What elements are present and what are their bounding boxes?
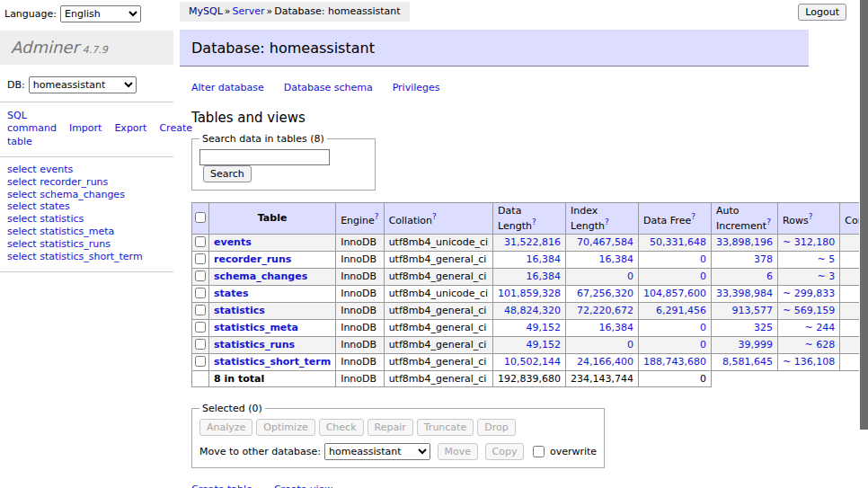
help-link[interactable]: ? xyxy=(809,212,813,221)
data-length-cell-link[interactable]: 49,152 xyxy=(527,339,562,350)
rows-cell-link[interactable]: ~ 5 xyxy=(818,253,836,265)
window-scrollbar[interactable] xyxy=(859,0,868,488)
truncate-button[interactable]: Truncate xyxy=(417,419,474,436)
breadcrumb-mysql-link[interactable]: MySQL xyxy=(189,5,223,17)
create-table-link-bottom[interactable]: Create table xyxy=(191,484,252,488)
row-checkbox[interactable] xyxy=(195,339,206,350)
auto-increment-cell-link[interactable]: 33,898,196 xyxy=(716,236,773,248)
table-name-link[interactable]: statistics_meta xyxy=(214,322,298,333)
data-free-cell-link[interactable]: 0 xyxy=(700,339,706,350)
rows-cell-link[interactable]: ~ 312,180 xyxy=(783,236,835,248)
breadcrumb-server-link[interactable]: Server xyxy=(233,5,265,17)
copy-button[interactable]: Copy xyxy=(485,443,525,460)
sidebar-item-select-statistics_runs[interactable]: select statistics_runs xyxy=(7,239,173,251)
row-checkbox[interactable] xyxy=(195,288,206,298)
auto-increment-cell-link[interactable]: 6 xyxy=(766,271,773,282)
sidebar-item-select-statistics[interactable]: select statistics xyxy=(7,214,173,226)
select-all-checkbox[interactable] xyxy=(195,212,206,223)
index-length-cell-link[interactable]: 16,384 xyxy=(599,253,634,265)
alter-database-link[interactable]: Alter database xyxy=(191,82,264,93)
help-link[interactable]: ? xyxy=(432,212,437,221)
data-free-cell-link[interactable]: 0 xyxy=(700,271,706,282)
check-button[interactable]: Check xyxy=(319,419,364,436)
auto-increment-cell-link[interactable]: 39,999 xyxy=(739,339,774,350)
rows-cell-link[interactable]: ~ 628 xyxy=(805,339,836,350)
data-free-cell-link[interactable]: 0 xyxy=(700,322,706,333)
rows-cell-link[interactable]: ~ 3 xyxy=(818,271,836,282)
data-length-cell-link[interactable]: 10,502,144 xyxy=(504,356,561,368)
data-free-cell-link[interactable]: 50,331,648 xyxy=(650,236,706,248)
breadcrumb: MySQL»Server»Database: homeassistant xyxy=(180,2,410,22)
auto-increment-cell-link[interactable]: 378 xyxy=(754,253,773,265)
sidebar-item-select-schema_changes[interactable]: select schema_changes xyxy=(7,190,173,201)
help-link[interactable]: ? xyxy=(532,217,536,226)
sidebar-item-select-events[interactable]: select events xyxy=(7,164,173,176)
data-free-cell-link[interactable]: 188,743,680 xyxy=(643,356,706,368)
data-length-cell-link[interactable]: 48,824,320 xyxy=(504,305,561,316)
privileges-link[interactable]: Privileges xyxy=(393,82,440,93)
auto-increment-cell-link[interactable]: 33,398,984 xyxy=(716,288,773,299)
data-free-cell-link[interactable]: 0 xyxy=(700,253,706,265)
sidebar-item-select-statistics_meta[interactable]: select statistics_meta xyxy=(7,226,173,238)
index-length-cell-link[interactable]: 72,220,672 xyxy=(577,305,633,316)
logout-button[interactable]: Logout xyxy=(798,4,846,21)
table-name-link[interactable]: schema_changes xyxy=(214,271,307,282)
language-select[interactable]: English xyxy=(60,5,141,22)
help-link[interactable]: ? xyxy=(766,217,771,226)
repair-button[interactable]: Repair xyxy=(368,419,413,436)
rows-cell-link[interactable]: ~ 299,833 xyxy=(783,288,835,299)
import-link[interactable]: Import xyxy=(69,122,102,134)
sql-command-link[interactable]: SQL command xyxy=(7,110,57,134)
optimize-button[interactable]: Optimize xyxy=(256,419,314,436)
rows-cell-link[interactable]: ~ 244 xyxy=(805,322,836,333)
analyze-button[interactable]: Analyze xyxy=(199,419,252,436)
create-view-link[interactable]: Create view xyxy=(274,484,332,488)
data-length-cell-link[interactable]: 101,859,328 xyxy=(498,288,561,299)
drop-button[interactable]: Drop xyxy=(477,419,515,436)
index-length-cell-link[interactable]: 70,467,584 xyxy=(577,236,633,248)
row-checkbox[interactable] xyxy=(195,356,206,367)
row-checkbox[interactable] xyxy=(195,236,206,247)
data-length-cell-link[interactable]: 16,384 xyxy=(527,271,562,282)
index-length-cell-link[interactable]: 0 xyxy=(627,339,633,350)
sidebar-item-select-states[interactable]: select states xyxy=(7,201,173,213)
row-checkbox[interactable] xyxy=(195,271,206,281)
db-select[interactable]: homeassistant xyxy=(29,76,137,93)
search-input[interactable] xyxy=(199,149,330,165)
scrollbar-thumb[interactable] xyxy=(860,0,868,430)
search-button[interactable]: Search xyxy=(203,165,252,182)
row-checkbox[interactable] xyxy=(195,322,206,333)
data-length-cell-link[interactable]: 31,522,816 xyxy=(504,236,561,248)
row-checkbox[interactable] xyxy=(195,253,206,264)
table-name-link[interactable]: statistics xyxy=(214,305,265,316)
row-checkbox[interactable] xyxy=(195,305,206,315)
help-link[interactable]: ? xyxy=(605,217,609,226)
table-name-link[interactable]: statistics_runs xyxy=(214,339,295,350)
data-free-cell-link[interactable]: 6,291,456 xyxy=(656,305,706,316)
help-link[interactable]: ? xyxy=(691,212,695,221)
move-button[interactable]: Move xyxy=(438,443,479,460)
overwrite-checkbox[interactable] xyxy=(533,446,545,457)
data-length-cell-link[interactable]: 16,384 xyxy=(527,253,562,265)
sidebar-item-select-recorder_runs[interactable]: select recorder_runs xyxy=(7,177,173,189)
data-length-cell-link[interactable]: 49,152 xyxy=(527,322,562,333)
table-name-link[interactable]: states xyxy=(214,288,249,299)
table-name-link[interactable]: events xyxy=(214,236,252,248)
index-length-cell-link[interactable]: 67,256,320 xyxy=(577,288,633,299)
auto-increment-cell-link[interactable]: 913,577 xyxy=(732,305,774,316)
database-schema-link[interactable]: Database schema xyxy=(284,82,373,93)
rows-cell-link[interactable]: ~ 136,108 xyxy=(783,356,835,368)
auto-increment-cell-link[interactable]: 8,581,645 xyxy=(722,356,773,368)
index-length-cell-link[interactable]: 24,166,400 xyxy=(577,356,633,368)
table-name-link[interactable]: recorder_runs xyxy=(214,253,291,265)
data-free-cell-link[interactable]: 104,857,600 xyxy=(643,288,706,299)
move-db-select[interactable]: homeassistant xyxy=(324,443,430,460)
sidebar-item-select-statistics_short_term[interactable]: select statistics_short_term xyxy=(7,252,173,263)
export-link[interactable]: Export xyxy=(114,122,146,134)
index-length-cell-link[interactable]: 0 xyxy=(627,271,633,282)
auto-increment-cell-link[interactable]: 325 xyxy=(754,322,773,333)
help-link[interactable]: ? xyxy=(375,212,379,221)
index-length-cell-link[interactable]: 16,384 xyxy=(599,322,634,333)
rows-cell-link[interactable]: ~ 569,159 xyxy=(783,305,835,316)
table-name-link[interactable]: statistics_short_term xyxy=(214,356,331,368)
